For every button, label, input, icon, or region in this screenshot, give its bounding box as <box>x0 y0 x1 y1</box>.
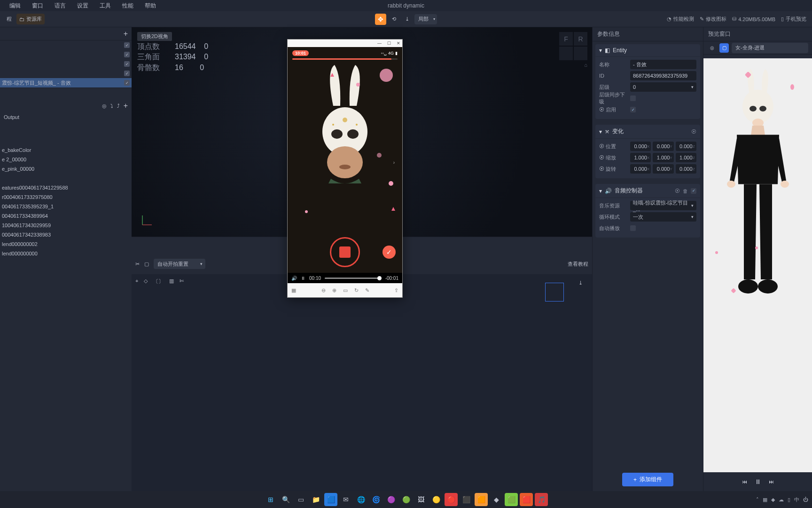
tray-chevron-icon[interactable]: ˄ <box>756 497 759 503</box>
tray-icon[interactable]: ▯ <box>788 497 790 503</box>
refresh-button[interactable]: ⟲ <box>388 14 399 25</box>
chevron-down-icon[interactable]: ▾ <box>599 188 602 194</box>
app-icon[interactable]: 🎵 <box>535 493 548 506</box>
rotate-icon[interactable]: ↻ <box>354 287 359 294</box>
asset-item[interactable]: 0040617335395239_1 <box>0 203 132 212</box>
tutorial-link[interactable]: 查看教程 <box>568 261 588 268</box>
layer-select[interactable]: 0 <box>630 82 696 92</box>
app-icon[interactable]: ◆ <box>490 493 503 506</box>
volume-icon[interactable]: 🔊 <box>291 276 297 281</box>
minimize-button[interactable]: — <box>377 41 382 46</box>
record-stop-button[interactable] <box>330 237 360 267</box>
next-frame-button[interactable]: ⏭ <box>769 479 774 484</box>
mail-icon[interactable]: ✉ <box>339 493 352 506</box>
photos-icon[interactable]: 🖼 <box>414 493 428 506</box>
start-button[interactable]: ⊞ <box>264 493 277 506</box>
asset-item[interactable]: 0040617334389964 <box>0 212 132 222</box>
tray-icon[interactable]: ▦ <box>763 497 767 503</box>
next-icon[interactable]: › <box>393 160 395 165</box>
asset-item[interactable]: eatures00040617341229588 <box>0 184 132 193</box>
add-component-button[interactable]: +添加组件 <box>622 473 673 486</box>
timeline-clip[interactable] <box>545 283 564 302</box>
gizmo-face[interactable] <box>559 47 573 60</box>
chrome-icon[interactable]: 🟡 <box>429 493 443 506</box>
rot-x-input[interactable]: 0.000X <box>630 164 651 174</box>
fit-icon[interactable]: ▭ <box>343 287 348 294</box>
app-icon[interactable]: 🟣 <box>384 493 398 506</box>
autoplay-checkbox[interactable] <box>630 225 636 231</box>
close-button[interactable]: ✕ <box>397 41 400 46</box>
audio-resource-select[interactable]: 哇哦-惊叹震惊-综艺节目_... <box>630 201 696 210</box>
trash-icon[interactable]: 🗑 <box>683 188 688 194</box>
asset-item[interactable]: lend000000002 <box>0 240 132 250</box>
timeline-cut-icon[interactable]: ✄ <box>180 278 184 285</box>
modify-icon-button[interactable]: ✎修改图标 <box>698 16 728 23</box>
preview-mode-1[interactable]: ◎ <box>707 43 717 53</box>
asset-item[interactable]: lend000000000 <box>0 250 132 259</box>
preview-model-select[interactable]: 女-全身-进退 <box>732 43 808 53</box>
edit-icon[interactable]: ✎ <box>365 287 369 294</box>
menu-lang[interactable]: 语言 <box>49 2 71 10</box>
tray-icon[interactable]: ◆ <box>771 497 775 503</box>
perf-check-button[interactable]: ◔性能检测 <box>665 16 696 23</box>
timeline-key-icon[interactable]: ◇ <box>144 278 148 285</box>
add-node-button[interactable]: + <box>124 30 128 38</box>
pause-button[interactable]: ⏸ <box>755 478 761 485</box>
timeline-snap-icon[interactable]: ▥ <box>169 278 174 285</box>
pos-y-input[interactable]: 0.000Y <box>653 142 673 151</box>
grid-icon[interactable]: ▦ <box>291 287 296 294</box>
enable-checkbox[interactable]: ✓ <box>630 107 636 112</box>
gizmo-face[interactable]: F <box>559 32 573 46</box>
tray-icon[interactable]: ⏻ <box>803 497 808 502</box>
preview-mode-2[interactable]: ▢ <box>719 43 729 53</box>
coord-space-select[interactable]: 局部 <box>414 14 437 24</box>
confirm-button[interactable]: ✓ <box>383 246 396 259</box>
prev-frame-button[interactable]: ⏮ <box>742 479 747 484</box>
move-tool-button[interactable]: ✥ <box>375 14 386 25</box>
maximize-button[interactable]: ☐ <box>387 41 391 46</box>
scale-x-input[interactable]: 1.000X <box>630 153 651 162</box>
auto-reset-select[interactable]: 自动开拍重置 <box>154 259 205 269</box>
asset-item[interactable]: e_bakeColor <box>0 146 132 156</box>
target-icon[interactable]: ⦿ <box>675 188 680 194</box>
asset-item[interactable]: e 2_00000 <box>0 156 132 165</box>
menu-window[interactable]: 窗口 <box>26 2 49 10</box>
pos-x-input[interactable]: 0.000X <box>630 142 651 151</box>
view-mode-toggle[interactable]: 切换2D视角 <box>137 32 172 41</box>
app-icon[interactable]: 🌀 <box>369 493 383 506</box>
preview-canvas[interactable] <box>703 58 812 472</box>
export-button[interactable]: ⤓ <box>401 14 413 25</box>
name-input[interactable]: - 音效 <box>630 60 696 69</box>
app-icon[interactable]: 🟢 <box>399 493 413 506</box>
orientation-gizmo[interactable]: F R ⌂ <box>559 32 587 68</box>
pos-z-input[interactable]: 0.000Z <box>676 142 696 151</box>
app-icon[interactable]: 🟩 <box>505 493 518 506</box>
assets-add-button[interactable]: + <box>124 102 128 110</box>
video-seek[interactable] <box>325 278 382 279</box>
reset-icon[interactable]: ⦿ <box>691 129 696 135</box>
rot-z-input[interactable]: 0.000Z <box>676 164 696 174</box>
chevron-down-icon[interactable]: ▾ <box>599 47 602 54</box>
menu-perf[interactable]: 性能 <box>117 2 139 10</box>
scale-z-input[interactable]: 1.000Z <box>676 153 696 162</box>
menu-edit[interactable]: 编辑 <box>4 2 26 10</box>
app-icon[interactable]: ⬛ <box>460 493 473 506</box>
scale-y-input[interactable]: 1.000Y <box>653 153 673 162</box>
share-icon[interactable]: ⇪ <box>394 287 398 294</box>
system-tray[interactable]: ˄ ▦ ◆ ☁ ▯ 中 ⏻ <box>756 496 808 503</box>
tray-ime[interactable]: 中 <box>794 496 799 503</box>
menu-help[interactable]: 帮助 <box>139 2 162 10</box>
tab-project[interactable]: 程 <box>4 14 15 24</box>
node-visibility-toggle[interactable]: ✓ <box>124 80 130 86</box>
asset-item[interactable]: e_pink_00000 <box>0 165 132 175</box>
timeline-tool-icon[interactable]: ▢ <box>144 261 149 267</box>
search-button[interactable]: 🔍 <box>279 493 292 506</box>
node-visibility-toggle[interactable]: ✓ <box>124 61 130 67</box>
gizmo-face[interactable]: R <box>574 32 587 46</box>
tray-icon[interactable]: ☁ <box>779 497 784 503</box>
node-visibility-toggle[interactable]: ✓ <box>124 52 130 57</box>
store-icon[interactable]: 🟦 <box>324 493 337 506</box>
assets-action-icon[interactable]: ⤵ <box>110 103 113 109</box>
assets-action-icon[interactable]: ⤴ <box>117 103 120 109</box>
chevron-down-icon[interactable]: ▾ <box>599 128 602 135</box>
